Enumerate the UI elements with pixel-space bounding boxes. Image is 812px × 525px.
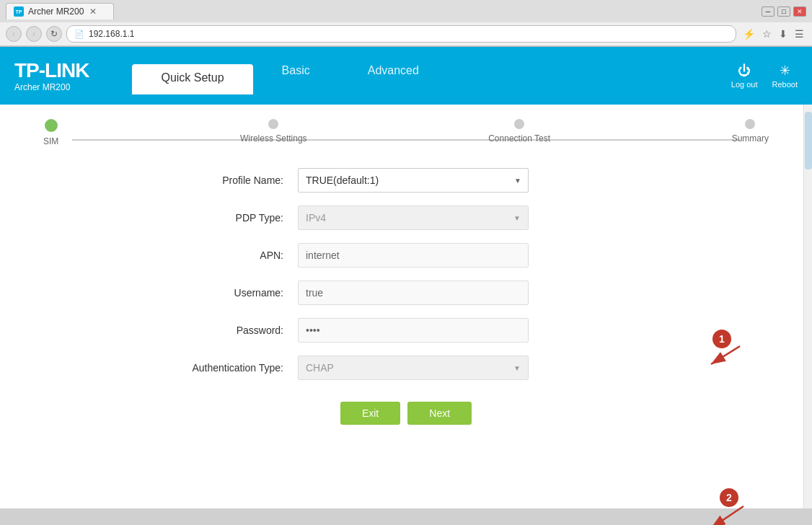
- title-bar: TP Archer MR200 ✕ ─ □ ✕: [0, 0, 812, 22]
- scrollbar-thumb[interactable]: [805, 112, 812, 169]
- step-track: [72, 139, 740, 141]
- scrollbar[interactable]: [803, 105, 812, 508]
- tab-advanced[interactable]: Advanced: [339, 57, 448, 94]
- url-bar[interactable]: 📄 192.168.1.1: [66, 25, 736, 43]
- minimize-button[interactable]: ─: [762, 6, 775, 17]
- title-bar-left: TP Archer MR200 ✕: [6, 3, 114, 19]
- form-section: Profile Name: TRUE(default:1) PDP Type: …: [154, 168, 658, 380]
- tab-favicon: TP: [14, 6, 24, 17]
- browser-tab[interactable]: TP Archer MR200 ✕: [6, 3, 114, 19]
- step-dot-wireless: [268, 119, 278, 129]
- control-password: [298, 318, 529, 343]
- form-row-password: Password:: [154, 318, 658, 343]
- logo-area: TP-LINK Archer MR200: [14, 59, 89, 92]
- menu-button[interactable]: ☰: [793, 27, 806, 41]
- control-auth-type: CHAP ▼: [298, 356, 529, 380]
- step-label-connection-test: Connection Test: [488, 133, 550, 144]
- bookmark-button[interactable]: ☆: [760, 27, 774, 41]
- forward-button[interactable]: ›: [26, 26, 42, 42]
- tab-quick-setup[interactable]: Quick Setup: [132, 64, 252, 94]
- svg-line-3: [711, 506, 743, 525]
- step-label-summary: Summary: [732, 133, 769, 144]
- control-pdp-type: IPv4 ▼: [298, 206, 529, 230]
- step-sim: SIM: [43, 119, 58, 146]
- form-row-apn: APN:: [154, 243, 658, 268]
- next-button[interactable]: Next: [407, 402, 472, 425]
- svg-line-1: [711, 346, 740, 364]
- form-row-profile-name: Profile Name: TRUE(default:1): [154, 168, 658, 193]
- address-bar: ‹ › ↻ 📄 192.168.1.1 ⚡ ☆ ⬇ ☰: [0, 22, 812, 46]
- tab-close-button[interactable]: ✕: [89, 6, 97, 17]
- extensions-button[interactable]: ⚡: [741, 27, 757, 41]
- control-username: [298, 281, 529, 305]
- auth-dropdown-arrow: ▼: [513, 364, 521, 372]
- auth-type-select: CHAP ▼: [298, 356, 529, 380]
- router-ui: TP-LINK Archer MR200 Quick Setup Basic A…: [0, 47, 812, 508]
- nav-header: TP-LINK Archer MR200 Quick Setup Basic A…: [0, 47, 812, 105]
- control-profile-name: TRUE(default:1): [298, 168, 529, 193]
- content-area: SIM Wireless Settings Connection Test Su…: [0, 105, 812, 508]
- back-button[interactable]: ‹: [6, 26, 22, 42]
- step-summary: Summary: [732, 119, 769, 144]
- step-dot-summary: [745, 119, 755, 129]
- tab-basic[interactable]: Basic: [253, 57, 339, 94]
- form-row-auth-type: Authentication Type: CHAP ▼: [154, 356, 658, 380]
- username-input[interactable]: [298, 281, 529, 305]
- step-dot-connection-test: [514, 119, 524, 129]
- downloads-button[interactable]: ⬇: [777, 27, 790, 41]
- pdp-type-select: IPv4 ▼: [298, 206, 529, 230]
- close-button[interactable]: ✕: [793, 6, 806, 17]
- tab-title: Archer MR200: [28, 6, 84, 17]
- progress-steps: SIM Wireless Settings Connection Test Su…: [29, 119, 783, 146]
- logout-button[interactable]: ⏻ Log out: [731, 63, 758, 89]
- favicon-text: TP: [16, 9, 22, 14]
- apn-input[interactable]: [298, 243, 529, 268]
- label-apn: APN:: [154, 250, 298, 261]
- address-bar-right: ⚡ ☆ ⬇ ☰: [741, 27, 806, 41]
- step-label-sim: SIM: [43, 136, 58, 146]
- model-name: Archer MR200: [14, 82, 89, 92]
- brand-name: TP-LINK: [14, 59, 89, 82]
- url-text: 192.168.1.1: [89, 29, 134, 39]
- reboot-icon: ✳: [780, 63, 790, 79]
- form-row-username: Username:: [154, 281, 658, 305]
- nav-actions: ⏻ Log out ✳ Reboot: [731, 63, 798, 89]
- annotation-1: 1: [711, 328, 733, 350]
- step-wireless: Wireless Settings: [240, 119, 307, 144]
- password-input[interactable]: [298, 318, 529, 343]
- label-auth-type: Authentication Type:: [154, 362, 298, 374]
- step-label-wireless: Wireless Settings: [240, 133, 307, 144]
- title-bar-controls: ─ □ ✕: [762, 6, 806, 17]
- label-profile-name: Profile Name:: [154, 175, 298, 186]
- form-row-pdp-type: PDP Type: IPv4 ▼: [154, 206, 658, 230]
- label-password: Password:: [154, 325, 298, 336]
- annotation-2: 2: [718, 487, 740, 508]
- step-dot-sim: [45, 119, 58, 132]
- reboot-button[interactable]: ✳ Reboot: [772, 63, 798, 89]
- nav-tabs: Quick Setup Basic Advanced: [132, 57, 731, 94]
- select-wrapper-profile-name: TRUE(default:1): [298, 168, 529, 193]
- label-username: Username:: [154, 287, 298, 299]
- refresh-button[interactable]: ↻: [46, 26, 62, 42]
- url-icon: 📄: [74, 30, 84, 39]
- browser-chrome: TP Archer MR200 ✕ ─ □ ✕ ‹ › ↻ 📄 192.168.…: [0, 0, 812, 47]
- button-row: Exit Next: [29, 402, 783, 425]
- profile-name-select[interactable]: TRUE(default:1): [298, 168, 529, 193]
- exit-button[interactable]: Exit: [340, 402, 400, 425]
- control-apn: [298, 243, 529, 268]
- maximize-button[interactable]: □: [777, 6, 790, 17]
- pdp-dropdown-arrow: ▼: [513, 214, 521, 222]
- annotation-arrow-1: [704, 343, 747, 371]
- step-connection-test: Connection Test: [488, 119, 550, 144]
- annotation-arrow-2: [704, 503, 754, 525]
- logout-icon: ⏻: [738, 63, 751, 79]
- label-pdp-type: PDP Type:: [154, 212, 298, 224]
